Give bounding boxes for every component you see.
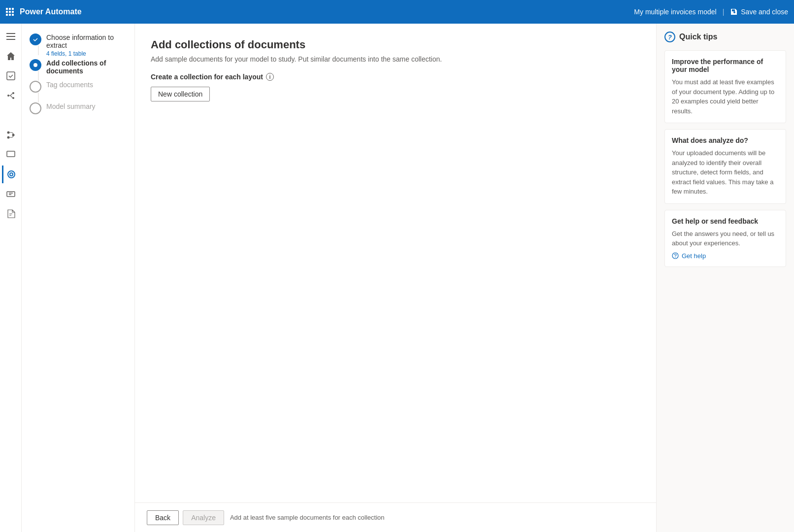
tip-card-help-text: Get the answers you need, or tell us abo… — [672, 229, 779, 248]
nav-flows-icon[interactable] — [2, 126, 20, 144]
get-help-link[interactable]: Get help — [672, 252, 779, 260]
page-subtitle: Add sample documents for your model to s… — [151, 55, 640, 63]
svg-point-9 — [7, 136, 9, 139]
footer-hint: Add at least five sample documents for e… — [230, 514, 385, 521]
nav-process-icon[interactable] — [2, 185, 20, 203]
svg-rect-2 — [6, 39, 15, 40]
quick-tips-panel: ? Quick tips Improve the performance of … — [656, 24, 794, 532]
svg-rect-10 — [7, 151, 15, 157]
svg-point-4 — [7, 95, 9, 97]
quick-tips-header: ? Quick tips — [664, 32, 786, 42]
svg-rect-3 — [7, 72, 15, 80]
content-main: Add collections of documents Add sample … — [135, 24, 656, 502]
grid-menu-icon[interactable] — [6, 8, 14, 16]
nav-docs-icon[interactable] — [2, 205, 20, 223]
model-name: My multiple invoices model — [634, 8, 716, 16]
wizard-step-tag: Tag documents — [30, 81, 127, 102]
svg-rect-1 — [6, 36, 15, 37]
svg-point-13 — [675, 257, 675, 258]
quick-tips-title: Quick tips — [679, 33, 717, 41]
tip-card-performance-text: You must add at least five examples of y… — [672, 77, 779, 116]
wizard-step-extract: Choose information to extract 4 fields, … — [30, 33, 127, 59]
tip-card-analyze-title: What does analyze do? — [672, 136, 779, 144]
topbar: Power Automate My multiple invoices mode… — [0, 0, 794, 24]
tip-card-help: Get help or send feedback Get the answer… — [664, 210, 786, 267]
collection-layout-label: Create a collection for each layout i — [151, 73, 640, 81]
svg-point-5 — [12, 92, 14, 94]
step-circle-tag — [30, 81, 41, 93]
nav-connections-icon[interactable] — [2, 87, 20, 104]
save-close-button[interactable]: Save and close — [730, 8, 788, 16]
step-circle-extract — [30, 33, 41, 45]
content-area: Add collections of documents Add sample … — [135, 24, 656, 532]
quick-tips-icon: ? — [664, 32, 675, 42]
step-circle-collections — [30, 59, 41, 71]
svg-rect-11 — [7, 192, 15, 197]
tip-card-performance-title: Improve the performance of your model — [672, 58, 779, 73]
topbar-divider: | — [723, 8, 725, 16]
analyze-button: Analyze — [183, 510, 224, 525]
back-button[interactable]: Back — [147, 510, 179, 525]
save-icon — [730, 8, 738, 16]
new-collection-button[interactable]: New collection — [151, 87, 210, 101]
nav-menu-icon[interactable] — [2, 28, 20, 45]
wizard-step-summary: Model summary — [30, 102, 127, 114]
svg-point-6 — [12, 97, 14, 99]
svg-point-7 — [7, 132, 9, 134]
page-title: Add collections of documents — [151, 38, 640, 51]
left-nav — [0, 24, 22, 532]
svg-rect-0 — [6, 33, 15, 34]
content-footer: Back Analyze Add at least five sample do… — [135, 502, 656, 532]
wizard-step-collections: Add collections of documents — [30, 59, 127, 81]
get-help-icon — [672, 252, 679, 259]
tip-card-analyze-text: Your uploaded documents will be analyzed… — [672, 148, 779, 197]
step-circle-summary — [30, 102, 41, 114]
nav-add-icon[interactable] — [2, 106, 20, 124]
tip-card-performance: Improve the performance of your model Yo… — [664, 50, 786, 123]
tip-card-help-title: Get help or send feedback — [672, 217, 779, 225]
nav-approvals-icon[interactable] — [2, 67, 20, 85]
wizard-sidebar: Choose information to extract 4 fields, … — [22, 24, 135, 532]
nav-ai-models-icon[interactable] — [2, 166, 20, 183]
nav-home-icon[interactable] — [2, 47, 20, 65]
tip-card-analyze: What does analyze do? Your uploaded docu… — [664, 129, 786, 204]
info-icon[interactable]: i — [266, 73, 274, 81]
nav-monitor-icon[interactable] — [2, 146, 20, 164]
app-title: Power Automate — [20, 7, 82, 16]
